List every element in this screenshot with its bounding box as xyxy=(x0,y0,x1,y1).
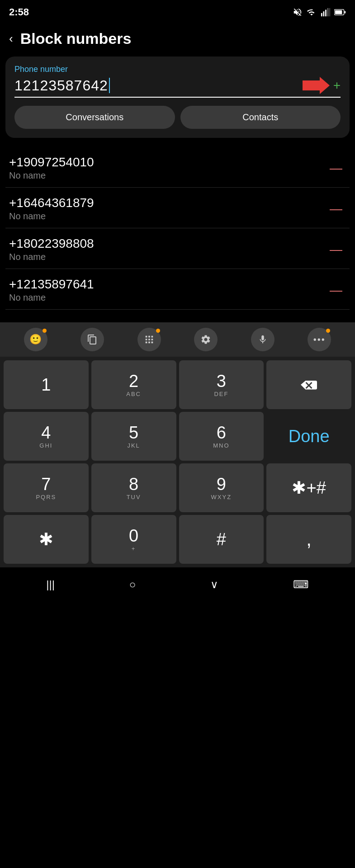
mute-icon xyxy=(293,7,303,17)
key-5[interactable]: 5JKL xyxy=(91,412,176,461)
backspace-key[interactable] xyxy=(266,360,351,409)
blocked-number: +16464361879 xyxy=(9,196,94,210)
remove-button[interactable]: — xyxy=(326,281,346,299)
phone-input[interactable]: 12123587642 xyxy=(14,77,110,94)
blocked-item-info: +16464361879 No name xyxy=(9,196,94,222)
remove-button[interactable]: — xyxy=(326,241,346,259)
svg-rect-6 xyxy=(335,10,342,14)
star-key[interactable]: ✱ xyxy=(4,515,89,564)
phone-input-row: 12123587642 + xyxy=(14,77,341,98)
comma-key[interactable]: , xyxy=(266,515,351,564)
key-3[interactable]: 3DEF xyxy=(179,360,264,409)
key-0[interactable]: 0+ xyxy=(91,515,176,564)
back-button[interactable]: ‹ xyxy=(9,32,13,46)
blocked-item-info: +12135897641 No name xyxy=(9,277,94,303)
text-cursor xyxy=(109,78,110,93)
grid-icon xyxy=(144,335,154,344)
mic-icon xyxy=(258,334,268,345)
recent-apps-button[interactable]: ||| xyxy=(39,575,62,594)
emoji-button[interactable]: 🙂 xyxy=(24,328,47,351)
mic-button[interactable] xyxy=(251,328,275,351)
key-7[interactable]: 7PQRS xyxy=(4,463,89,512)
svg-rect-4 xyxy=(329,8,330,16)
done-label: Done xyxy=(289,428,330,445)
status-icons xyxy=(293,7,346,17)
clipboard-button[interactable] xyxy=(80,328,104,351)
signal-icon xyxy=(321,7,331,17)
keyboard-button[interactable]: ⌨ xyxy=(286,575,316,594)
navigation-bar: ||| ○ ∨ ⌨ xyxy=(0,567,355,604)
key-9[interactable]: 9WXYZ xyxy=(179,463,264,512)
svg-rect-1 xyxy=(323,11,325,16)
input-actions: + xyxy=(303,77,341,94)
key-4[interactable]: 4GHI xyxy=(4,412,89,461)
filter-buttons: Conversations Contacts xyxy=(14,106,341,129)
key-2[interactable]: 2ABC xyxy=(91,360,176,409)
blocked-name: No name xyxy=(9,211,94,222)
keypad-toggle-button[interactable] xyxy=(137,328,161,351)
blocked-number: +19097254010 xyxy=(9,155,94,170)
conversations-button[interactable]: Conversations xyxy=(14,106,175,129)
more-button[interactable]: ••• xyxy=(308,328,331,351)
blocked-number: +12135897641 xyxy=(9,277,94,292)
blocked-item: +12135897641 No name — xyxy=(5,269,350,310)
phone-label: Phone number xyxy=(14,65,341,74)
key-1[interactable]: 1 xyxy=(4,360,89,409)
blocked-item-info: +18022398808 No name xyxy=(9,236,94,262)
blocked-item-info: +19097254010 No name xyxy=(9,155,94,181)
svg-rect-3 xyxy=(327,8,329,16)
settings-button[interactable] xyxy=(194,328,218,351)
battery-icon xyxy=(334,8,346,16)
more-dot xyxy=(326,329,330,333)
done-key[interactable]: Done xyxy=(266,412,351,461)
key-8[interactable]: 8TUV xyxy=(91,463,176,512)
remove-button[interactable]: — xyxy=(326,159,346,177)
blocked-numbers-list: +19097254010 No name — +16464361879 No n… xyxy=(5,147,350,310)
svg-rect-7 xyxy=(345,11,346,13)
backspace-icon xyxy=(301,378,317,391)
blocked-name: No name xyxy=(9,292,94,303)
blocked-item: +16464361879 No name — xyxy=(5,188,350,228)
wifi-icon xyxy=(306,7,317,17)
back-nav-button[interactable]: ∨ xyxy=(203,575,226,594)
gear-icon xyxy=(200,334,211,345)
red-arrow-icon xyxy=(303,77,330,94)
emoji-dot xyxy=(43,329,47,333)
more-icon: ••• xyxy=(313,335,326,345)
clipboard-icon xyxy=(87,334,98,345)
keyboard-toolbar: 🙂 ••• xyxy=(0,322,355,357)
key-6[interactable]: 6MNO xyxy=(179,412,264,461)
phone-value: 12123587642 xyxy=(14,77,108,94)
blocked-number: +18022398808 xyxy=(9,236,94,251)
input-card: Phone number 12123587642 + Conversations… xyxy=(5,57,350,138)
home-button[interactable]: ○ xyxy=(122,575,143,594)
keypad-dot xyxy=(156,329,160,333)
hash-key[interactable]: # xyxy=(179,515,264,564)
contacts-button[interactable]: Contacts xyxy=(180,106,341,129)
svg-rect-2 xyxy=(325,10,327,17)
star-plus-hash-key[interactable]: ✱+# xyxy=(266,463,351,512)
blocked-item: +19097254010 No name — xyxy=(5,147,350,188)
status-time: 2:58 xyxy=(9,6,29,18)
status-bar: 2:58 xyxy=(0,0,355,23)
blocked-item: +18022398808 No name — xyxy=(5,228,350,269)
add-number-button[interactable]: + xyxy=(333,78,341,93)
blocked-name: No name xyxy=(9,252,94,262)
remove-button[interactable]: — xyxy=(326,200,346,218)
page-title: Block numbers xyxy=(20,30,132,47)
svg-marker-8 xyxy=(303,77,330,94)
blocked-name: No name xyxy=(9,170,94,181)
header: ‹ Block numbers xyxy=(0,23,355,57)
phone-keypad: 12ABC3DEF4GHI5JKL6MNODone7PQRS8TUV9WXYZ✱… xyxy=(0,357,355,567)
svg-rect-0 xyxy=(321,13,322,16)
